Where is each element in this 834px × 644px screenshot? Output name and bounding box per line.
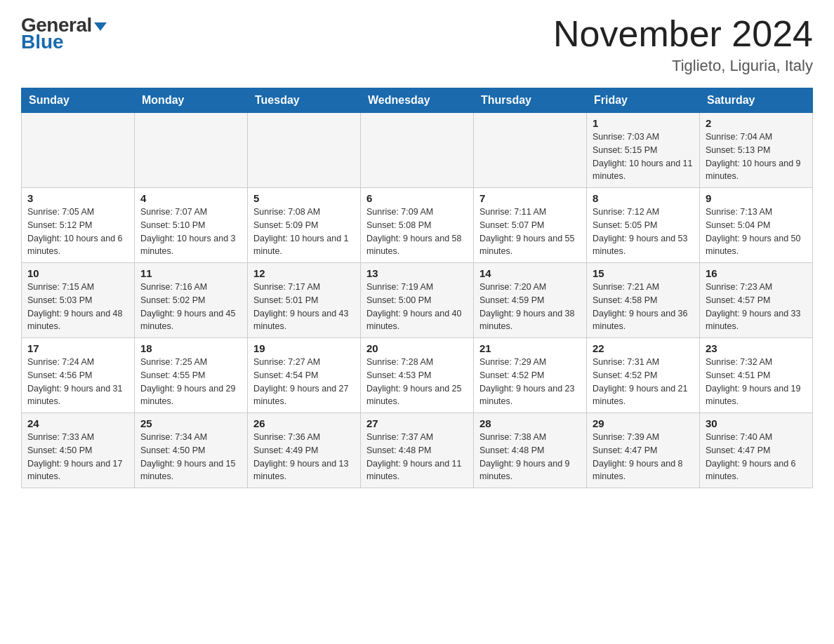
day-info: Sunrise: 7:13 AMSunset: 5:04 PMDaylight:… (706, 206, 807, 258)
day-info: Sunrise: 7:23 AMSunset: 4:57 PMDaylight:… (706, 281, 807, 333)
location-text: Tiglieto, Liguria, Italy (553, 57, 813, 75)
calendar-cell: 23Sunrise: 7:32 AMSunset: 4:51 PMDayligh… (700, 338, 813, 413)
calendar-cell: 14Sunrise: 7:20 AMSunset: 4:59 PMDayligh… (474, 263, 587, 338)
calendar-cell: 11Sunrise: 7:16 AMSunset: 5:02 PMDayligh… (135, 263, 248, 338)
calendar-cell: 12Sunrise: 7:17 AMSunset: 5:01 PMDayligh… (248, 263, 361, 338)
day-number: 29 (593, 417, 694, 429)
day-number: 12 (253, 267, 355, 279)
weekday-header-wednesday: Wednesday (361, 88, 474, 113)
day-info: Sunrise: 7:04 AMSunset: 5:13 PMDaylight:… (706, 130, 807, 183)
calendar-week-row: 3Sunrise: 7:05 AMSunset: 5:12 PMDaylight… (22, 188, 813, 263)
calendar-cell: 1Sunrise: 7:03 AMSunset: 5:15 PMDaylight… (587, 113, 700, 188)
day-info: Sunrise: 7:39 AMSunset: 4:47 PMDaylight:… (593, 431, 694, 483)
day-number: 22 (593, 342, 694, 354)
calendar-cell: 25Sunrise: 7:34 AMSunset: 4:50 PMDayligh… (135, 413, 248, 488)
day-number: 9 (706, 192, 807, 204)
day-info: Sunrise: 7:07 AMSunset: 5:10 PMDaylight:… (140, 206, 241, 258)
day-info: Sunrise: 7:09 AMSunset: 5:08 PMDaylight:… (366, 206, 468, 258)
weekday-header-tuesday: Tuesday (248, 88, 361, 113)
day-number: 18 (140, 342, 241, 354)
day-number: 16 (706, 267, 807, 279)
day-number: 23 (706, 342, 807, 354)
day-number: 6 (366, 192, 468, 204)
day-number: 21 (479, 342, 581, 354)
calendar-cell: 3Sunrise: 7:05 AMSunset: 5:12 PMDaylight… (22, 188, 135, 263)
day-number: 24 (27, 417, 128, 429)
calendar-week-row: 24Sunrise: 7:33 AMSunset: 4:50 PMDayligh… (22, 413, 813, 488)
calendar-cell (361, 113, 474, 188)
calendar-cell: 4Sunrise: 7:07 AMSunset: 5:10 PMDaylight… (135, 188, 248, 263)
calendar-cell: 24Sunrise: 7:33 AMSunset: 4:50 PMDayligh… (22, 413, 135, 488)
calendar-cell: 13Sunrise: 7:19 AMSunset: 5:00 PMDayligh… (361, 263, 474, 338)
day-info: Sunrise: 7:25 AMSunset: 4:55 PMDaylight:… (140, 356, 241, 408)
weekday-header-sunday: Sunday (22, 88, 135, 113)
calendar-cell: 28Sunrise: 7:38 AMSunset: 4:48 PMDayligh… (474, 413, 587, 488)
logo-arrow-icon (94, 22, 107, 31)
calendar-cell: 17Sunrise: 7:24 AMSunset: 4:56 PMDayligh… (22, 338, 135, 413)
weekday-header-row: SundayMondayTuesdayWednesdayThursdayFrid… (22, 88, 813, 113)
day-info: Sunrise: 7:34 AMSunset: 4:50 PMDaylight:… (140, 431, 241, 483)
calendar-cell: 16Sunrise: 7:23 AMSunset: 4:57 PMDayligh… (700, 263, 813, 338)
day-info: Sunrise: 7:12 AMSunset: 5:05 PMDaylight:… (593, 206, 694, 258)
day-number: 11 (140, 267, 241, 279)
logo-blue-text: Blue (21, 31, 64, 53)
day-number: 15 (593, 267, 694, 279)
calendar-cell: 20Sunrise: 7:28 AMSunset: 4:53 PMDayligh… (361, 338, 474, 413)
day-number: 10 (27, 267, 128, 279)
day-number: 27 (366, 417, 468, 429)
day-info: Sunrise: 7:21 AMSunset: 4:58 PMDaylight:… (593, 281, 694, 333)
calendar-cell: 21Sunrise: 7:29 AMSunset: 4:52 PMDayligh… (474, 338, 587, 413)
calendar-cell: 8Sunrise: 7:12 AMSunset: 5:05 PMDaylight… (587, 188, 700, 263)
month-title: November 2024 (553, 14, 813, 54)
day-info: Sunrise: 7:15 AMSunset: 5:03 PMDaylight:… (27, 281, 128, 333)
title-block: November 2024 Tiglieto, Liguria, Italy (553, 14, 813, 75)
day-info: Sunrise: 7:27 AMSunset: 4:54 PMDaylight:… (253, 356, 355, 408)
day-number: 8 (593, 192, 694, 204)
day-info: Sunrise: 7:03 AMSunset: 5:15 PMDaylight:… (593, 130, 694, 183)
calendar-cell (474, 113, 587, 188)
day-info: Sunrise: 7:08 AMSunset: 5:09 PMDaylight:… (253, 206, 355, 258)
calendar-cell: 19Sunrise: 7:27 AMSunset: 4:54 PMDayligh… (248, 338, 361, 413)
day-number: 14 (479, 267, 581, 279)
calendar-cell: 9Sunrise: 7:13 AMSunset: 5:04 PMDaylight… (700, 188, 813, 263)
calendar-cell: 27Sunrise: 7:37 AMSunset: 4:48 PMDayligh… (361, 413, 474, 488)
calendar-table: SundayMondayTuesdayWednesdayThursdayFrid… (21, 88, 813, 488)
day-info: Sunrise: 7:24 AMSunset: 4:56 PMDaylight:… (27, 356, 128, 408)
day-info: Sunrise: 7:32 AMSunset: 4:51 PMDaylight:… (706, 356, 807, 408)
day-info: Sunrise: 7:31 AMSunset: 4:52 PMDaylight:… (593, 356, 694, 408)
day-info: Sunrise: 7:19 AMSunset: 5:00 PMDaylight:… (366, 281, 468, 333)
page-header: General Blue November 2024 Tiglieto, Lig… (21, 14, 813, 75)
day-number: 25 (140, 417, 241, 429)
calendar-cell: 7Sunrise: 7:11 AMSunset: 5:07 PMDaylight… (474, 188, 587, 263)
day-number: 4 (140, 192, 241, 204)
day-info: Sunrise: 7:38 AMSunset: 4:48 PMDaylight:… (479, 431, 581, 483)
day-number: 3 (27, 192, 128, 204)
day-info: Sunrise: 7:33 AMSunset: 4:50 PMDaylight:… (27, 431, 128, 483)
day-info: Sunrise: 7:05 AMSunset: 5:12 PMDaylight:… (27, 206, 128, 258)
day-number: 28 (479, 417, 581, 429)
weekday-header-monday: Monday (135, 88, 248, 113)
weekday-header-friday: Friday (587, 88, 700, 113)
day-number: 20 (366, 342, 468, 354)
calendar-cell: 2Sunrise: 7:04 AMSunset: 5:13 PMDaylight… (700, 113, 813, 188)
day-number: 1 (593, 117, 694, 129)
calendar-cell: 10Sunrise: 7:15 AMSunset: 5:03 PMDayligh… (22, 263, 135, 338)
weekday-header-thursday: Thursday (474, 88, 587, 113)
day-info: Sunrise: 7:20 AMSunset: 4:59 PMDaylight:… (479, 281, 581, 333)
calendar-cell: 6Sunrise: 7:09 AMSunset: 5:08 PMDaylight… (361, 188, 474, 263)
calendar-cell: 18Sunrise: 7:25 AMSunset: 4:55 PMDayligh… (135, 338, 248, 413)
day-number: 30 (706, 417, 807, 429)
calendar-cell (248, 113, 361, 188)
calendar-cell: 22Sunrise: 7:31 AMSunset: 4:52 PMDayligh… (587, 338, 700, 413)
day-number: 2 (706, 117, 807, 129)
calendar-cell: 15Sunrise: 7:21 AMSunset: 4:58 PMDayligh… (587, 263, 700, 338)
day-info: Sunrise: 7:40 AMSunset: 4:47 PMDaylight:… (706, 431, 807, 483)
day-number: 5 (253, 192, 355, 204)
day-info: Sunrise: 7:28 AMSunset: 4:53 PMDaylight:… (366, 356, 468, 408)
day-number: 26 (253, 417, 355, 429)
calendar-cell (22, 113, 135, 188)
day-info: Sunrise: 7:29 AMSunset: 4:52 PMDaylight:… (479, 356, 581, 408)
day-info: Sunrise: 7:11 AMSunset: 5:07 PMDaylight:… (479, 206, 581, 258)
calendar-week-row: 17Sunrise: 7:24 AMSunset: 4:56 PMDayligh… (22, 338, 813, 413)
day-info: Sunrise: 7:36 AMSunset: 4:49 PMDaylight:… (253, 431, 355, 483)
